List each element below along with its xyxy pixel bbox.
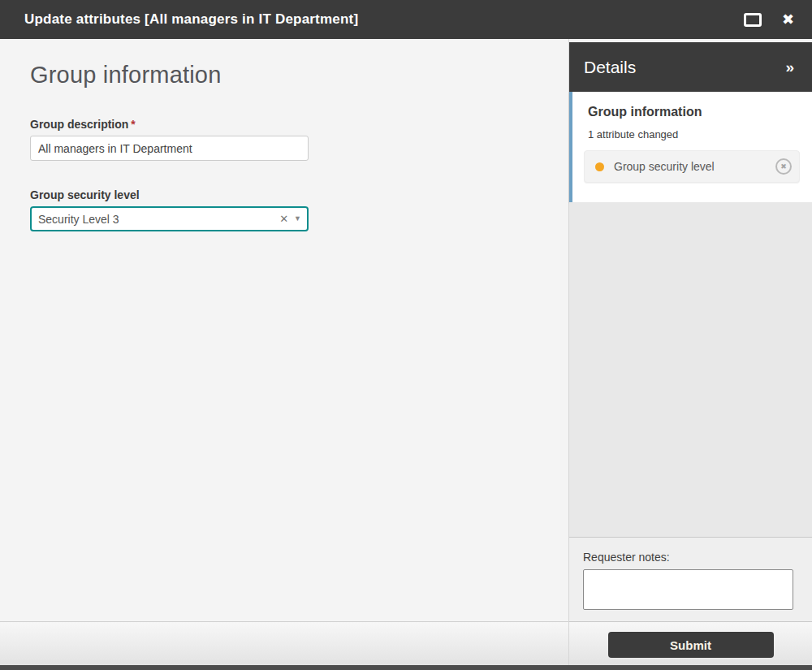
- collapse-panel-icon[interactable]: »: [785, 58, 794, 76]
- attributes-changed-summary: 1 attribute changed: [588, 128, 800, 140]
- dialog-titlebar: Update attributes [All managers in IT De…: [0, 0, 812, 39]
- form-area: Group information Group description* Gro…: [0, 39, 568, 621]
- security-level-select[interactable]: Security Level 3 ✕ ▼: [30, 206, 309, 231]
- changed-attribute-row[interactable]: Group security level ✖: [584, 150, 800, 183]
- page-title: Group information: [30, 62, 568, 89]
- details-panel: Details » Group information 1 attribute …: [568, 39, 812, 665]
- group-security-field: Group security level Security Level 3 ✕ …: [30, 188, 309, 231]
- requester-notes-textarea[interactable]: [583, 569, 793, 610]
- group-description-label-text: Group description: [30, 118, 128, 131]
- group-security-label: Group security level: [30, 188, 309, 201]
- status-dot-icon: [595, 162, 604, 171]
- sidebar-empty-space: [569, 202, 812, 537]
- close-icon[interactable]: ✖: [782, 12, 794, 27]
- details-card: Group information 1 attribute changed Gr…: [569, 92, 812, 202]
- changed-attribute-label: Group security level: [614, 160, 775, 173]
- details-panel-title: Details: [584, 58, 636, 77]
- details-header: Details »: [569, 42, 812, 92]
- main-footer-bar: [0, 621, 568, 665]
- dialog-bottom-border: [0, 665, 812, 670]
- remove-change-icon[interactable]: ✖: [775, 158, 792, 175]
- submit-button[interactable]: Submit: [608, 632, 774, 658]
- requester-notes-section: Requester notes:: [569, 537, 812, 621]
- window-controls: ✖: [744, 12, 794, 27]
- group-description-label: Group description*: [30, 118, 309, 131]
- details-section-title: Group information: [588, 105, 800, 119]
- dialog-title: Update attributes [All managers in IT De…: [24, 11, 744, 28]
- chevron-down-icon[interactable]: ▼: [294, 215, 301, 223]
- required-asterisk: *: [131, 118, 135, 131]
- group-description-input[interactable]: [30, 136, 309, 161]
- dialog-body: Group information Group description* Gro…: [0, 39, 812, 665]
- security-level-selected-value: Security Level 3: [38, 213, 279, 226]
- clear-selection-icon[interactable]: ✕: [279, 214, 288, 224]
- maximize-icon[interactable]: [744, 13, 762, 27]
- update-attributes-dialog: Update attributes [All managers in IT De…: [0, 0, 812, 670]
- submit-footer: Submit: [569, 621, 812, 665]
- main-panel: Group information Group description* Gro…: [0, 39, 568, 665]
- group-description-field: Group description*: [30, 118, 309, 161]
- requester-notes-label: Requester notes:: [583, 551, 812, 564]
